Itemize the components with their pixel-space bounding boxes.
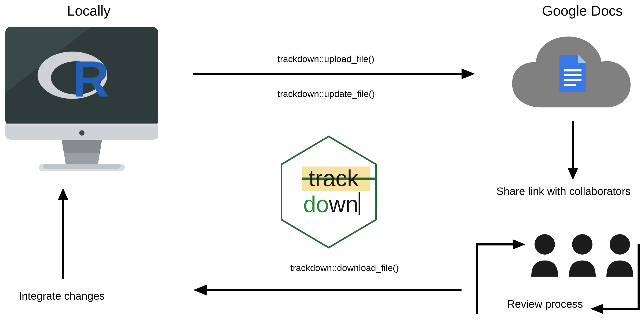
svg-rect-9	[564, 74, 581, 76]
svg-point-1	[79, 130, 85, 136]
arrow-top-label-1: trackdown::upload_file()	[277, 54, 374, 64]
heading-google-docs: Google Docs	[542, 3, 623, 19]
review-label: Review process	[507, 298, 583, 310]
hex-text-do: do	[303, 191, 329, 217]
arrow-download	[193, 279, 462, 301]
cloud-icon	[504, 32, 639, 124]
svg-rect-3	[43, 164, 121, 169]
people-icon	[526, 231, 639, 279]
arrow-integrate-up	[54, 188, 72, 279]
svg-point-17	[572, 234, 592, 255]
svg-rect-8	[564, 69, 581, 71]
hex-text-down: down	[303, 191, 358, 217]
share-label: Share link with collaborators	[496, 185, 631, 197]
hex-text-wn: wn	[329, 191, 358, 217]
svg-rect-10	[564, 79, 581, 81]
arrow-cloud-to-share	[564, 121, 582, 180]
svg-marker-7	[462, 68, 475, 79]
svg-marker-15	[590, 304, 603, 314]
svg-marker-14	[513, 240, 525, 249]
integrate-label: Integrate changes	[19, 290, 105, 302]
heading-locally-text: Locally	[67, 3, 111, 19]
svg-marker-22	[58, 188, 68, 200]
svg-marker-20	[193, 285, 207, 295]
arrow-bottom-label: trackdown::download_file()	[290, 263, 399, 273]
heading-google-docs-text: Google Docs	[542, 3, 623, 19]
arrow-upload-update	[193, 63, 475, 85]
trackdown-hex-icon: track down	[278, 134, 380, 250]
monitor-icon: R	[3, 27, 161, 177]
arrow-top-label-2: trackdown::update_file()	[277, 89, 375, 99]
svg-marker-13	[568, 168, 578, 180]
svg-point-16	[535, 234, 555, 255]
r-logo-letter: R	[72, 50, 109, 107]
svg-rect-11	[564, 84, 576, 86]
svg-point-18	[610, 234, 630, 255]
hex-text-track: track	[309, 165, 359, 191]
heading-locally: Locally	[67, 3, 111, 19]
